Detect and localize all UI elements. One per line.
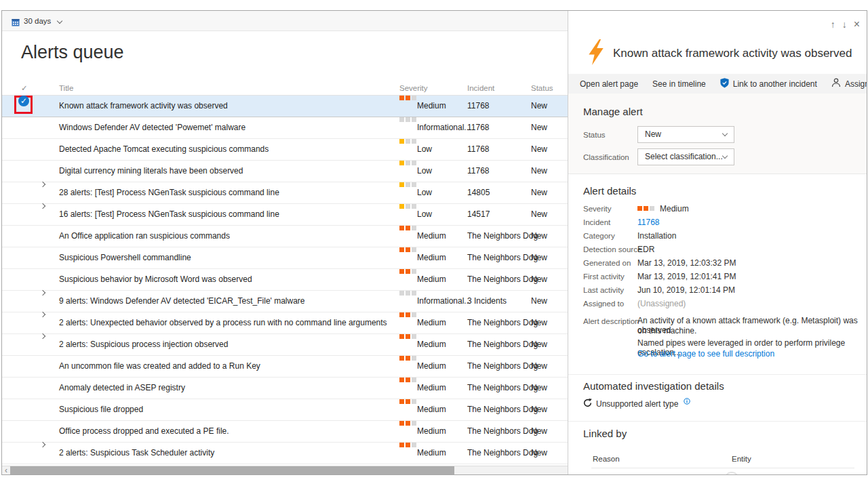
link-to-incident-button[interactable]: Link to another incident (720, 78, 817, 90)
linked-by-divider (591, 468, 854, 468)
refresh-icon (583, 399, 592, 409)
severity-badge (399, 182, 416, 187)
severity-label: Low (417, 204, 432, 225)
app-window: 30 days Alerts queue ✓ Title Severity In… (1, 10, 867, 475)
severity-badge (637, 206, 654, 211)
expand-chevron-icon[interactable] (40, 442, 45, 447)
table-row[interactable]: Detected Apache Tomcat executing suspici… (2, 139, 568, 161)
select-all-check-icon[interactable]: ✓ (21, 81, 28, 96)
column-header-severity[interactable]: Severity (399, 81, 428, 96)
incident-cell: The Neighbors Dog (467, 226, 538, 247)
expand-chevron-icon[interactable] (40, 312, 45, 317)
severity-label: Low (417, 161, 432, 182)
severity-badge (399, 161, 416, 165)
status-cell: New (531, 226, 547, 247)
table-row[interactable]: 16 alerts: [Test] Process NGenTask suspi… (2, 204, 568, 226)
alert-title-cell: Known attack framework activity was obse… (59, 96, 228, 117)
detail-value: Jun 10, 2019, 12:01:14 PM (637, 285, 735, 295)
incident-cell: The Neighbors Dog (467, 378, 538, 399)
incident-cell: The Neighbors Dog (467, 269, 538, 290)
expand-chevron-icon[interactable] (40, 333, 45, 339)
full-description-link[interactable]: Go to alert page to see full description (637, 349, 774, 359)
status-cell: New (531, 378, 547, 399)
column-header-title[interactable]: Title (59, 81, 73, 96)
close-panel-icon[interactable]: × (854, 18, 860, 30)
assign-to-me-button[interactable]: Assign to me (831, 78, 867, 89)
severity-label: Low (417, 182, 432, 203)
expand-chevron-icon[interactable] (40, 290, 45, 296)
time-range-bar: 30 days (2, 11, 568, 31)
detail-field-row: Detection sourceEDR (568, 243, 867, 257)
status-cell: New (531, 421, 547, 442)
table-row[interactable]: An uncommon file was created and added t… (2, 356, 568, 378)
status-cell: New (531, 96, 547, 117)
time-range-label[interactable]: 30 days (24, 11, 51, 31)
horizontal-scrollbar[interactable]: ‹ (2, 466, 568, 475)
see-in-timeline-button[interactable]: See in timeline (652, 79, 706, 89)
severity-badge (399, 226, 416, 230)
table-row[interactable]: Suspicious file droppedMediumThe Neighbo… (2, 399, 568, 421)
column-header-status[interactable]: Status (531, 81, 553, 96)
expand-chevron-icon[interactable] (40, 203, 45, 209)
alert-title-cell: 9 alerts: Windows Defender AV detected '… (59, 291, 305, 312)
investigation-status-text: Unsupported alert type (596, 399, 678, 409)
severity-badge (399, 378, 416, 382)
classification-dropdown[interactable]: Select classification... (637, 148, 734, 165)
alert-title-cell: Anomaly detected in ASEP registry (59, 378, 185, 399)
detail-field-row: Incident11768 (568, 216, 867, 230)
severity-badge (399, 312, 416, 317)
table-row[interactable]: Office process dropped and executed a PE… (2, 421, 568, 443)
incident-cell: 3 Incidents (467, 291, 507, 312)
table-row[interactable]: An Office application ran suspicious com… (2, 226, 568, 247)
detail-label: Severity (583, 205, 612, 213)
alert-details-heading: Alert details (583, 185, 636, 197)
severity-label: Medium (417, 226, 446, 247)
status-cell: New (531, 204, 547, 225)
detail-label: Assigned to (583, 300, 624, 308)
detail-field-row: Generated onMar 13, 2019, 12:03:32 PM (568, 257, 867, 270)
scroll-left-icon[interactable]: ‹ (5, 466, 7, 475)
next-alert-icon[interactable]: ↓ (842, 19, 847, 30)
alert-title: Known attack framework activity was obse… (613, 47, 852, 60)
status-dropdown[interactable]: New (637, 126, 734, 143)
loading-spinner (724, 472, 739, 475)
incident-cell: The Neighbors Dog (467, 443, 538, 464)
table-row[interactable]: Windows Defender AV detected 'Powemet' m… (2, 117, 568, 139)
severity-badge (399, 96, 416, 100)
open-alert-page-button[interactable]: Open alert page (580, 79, 638, 89)
shield-icon (720, 78, 729, 90)
table-row[interactable]: Suspicious Powershell commandlineMediumT… (2, 247, 568, 269)
table-row[interactable]: ✓Known attack framework activity was obs… (2, 96, 568, 117)
severity-badge (399, 204, 416, 209)
table-row[interactable]: 2 alerts: Suspicious Task Scheduler acti… (2, 443, 568, 464)
table-row[interactable]: 2 alerts: Unexpected behavior observed b… (2, 312, 568, 334)
severity-badge (399, 421, 416, 426)
status-cell: New (531, 182, 547, 203)
status-cell: New (531, 312, 547, 333)
alert-title-cell: Detected Apache Tomcat executing suspici… (59, 139, 269, 160)
previous-alert-icon[interactable]: ↑ (831, 19, 835, 30)
detail-label: Generated on (583, 259, 631, 267)
table-row[interactable]: 9 alerts: Windows Defender AV detected '… (2, 291, 568, 312)
info-icon[interactable] (684, 397, 690, 407)
incident-cell: The Neighbors Dog (467, 312, 538, 333)
expand-chevron-icon[interactable] (40, 182, 45, 187)
column-header-incident[interactable]: Incident (467, 81, 494, 96)
table-row[interactable]: 28 alerts: [Test] Process NGenTask suspi… (2, 182, 568, 204)
severity-label: Medium (417, 269, 446, 290)
table-row[interactable]: 2 alerts: Suspicious process injection o… (2, 334, 568, 356)
scrollbar-thumb[interactable] (10, 466, 454, 475)
linked-by-heading: Linked by (583, 428, 627, 439)
incident-cell: The Neighbors Dog (467, 421, 538, 442)
table-row[interactable]: Digital currency mining literals have be… (2, 161, 568, 182)
status-label: Status (583, 131, 606, 139)
incident-cell: The Neighbors Dog (467, 247, 538, 268)
incident-cell: The Neighbors Dog (467, 356, 538, 377)
severity-badge (399, 291, 416, 296)
detail-label: Category (583, 232, 615, 240)
incident-link[interactable]: 11768 (637, 218, 659, 227)
chevron-down-icon[interactable] (57, 18, 62, 24)
table-row[interactable]: Anomaly detected in ASEP registryMediumT… (2, 378, 568, 399)
table-row[interactable]: Suspicious behavior by Microsoft Word wa… (2, 269, 568, 291)
selected-check-icon[interactable]: ✓ (18, 96, 29, 106)
